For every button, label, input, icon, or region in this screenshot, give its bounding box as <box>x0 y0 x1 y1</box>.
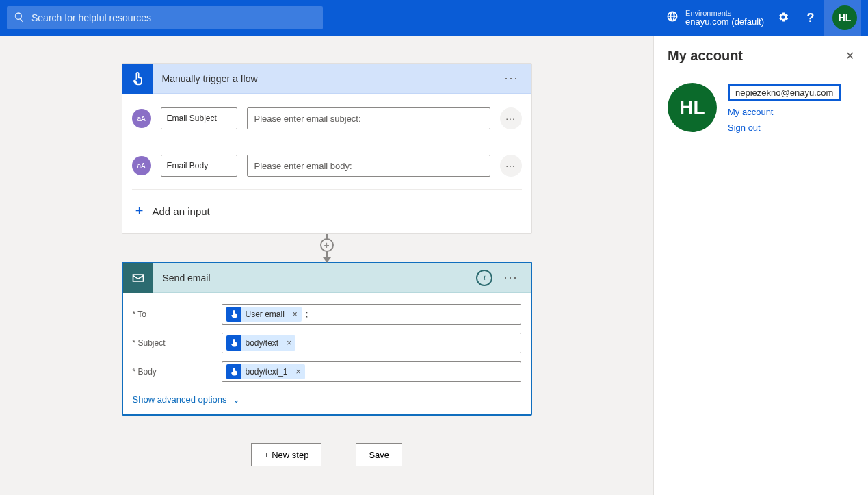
account-panel: My account ✕ HL nepiezekno@enayu.com My … <box>653 36 868 495</box>
token-label: body/text <box>241 338 283 348</box>
env-value: enayu.com (default) <box>685 17 764 27</box>
user-avatar[interactable]: HL <box>832 5 857 30</box>
chevron-down-icon: ⌄ <box>233 394 240 405</box>
param-placeholder-input[interactable]: Please enter email body: <box>247 155 490 177</box>
trigger-param-row: aA Email Body Please enter email body: ·… <box>132 148 522 183</box>
help-button[interactable]: ? <box>797 0 824 36</box>
save-button[interactable]: Save <box>356 443 402 466</box>
globe-icon <box>666 10 679 25</box>
token-label: User email <box>241 309 289 319</box>
action-header[interactable]: Send email i ··· <box>123 263 531 293</box>
env-label: Environments <box>685 9 764 17</box>
my-account-link[interactable]: My account <box>728 107 841 117</box>
trigger-header[interactable]: Manually trigger a flow ··· <box>122 64 531 94</box>
dynamic-token[interactable]: User email × <box>226 307 302 322</box>
info-icon[interactable]: i <box>476 270 492 286</box>
flow-connector: + <box>122 234 532 262</box>
subject-input[interactable]: body/text × <box>222 333 521 353</box>
tap-icon <box>226 307 241 322</box>
action-title: Send email <box>163 272 477 283</box>
flow-canvas: Manually trigger a flow ··· aA Email Sub… <box>0 36 653 495</box>
action-card: Send email i ··· * To User email × ; * S… <box>122 262 532 416</box>
dynamic-token[interactable]: body/text × <box>226 335 296 351</box>
body-input[interactable]: body/text_1 × <box>222 361 521 382</box>
panel-title: My account <box>668 48 743 64</box>
text-type-icon: aA <box>132 156 151 175</box>
show-advanced-link[interactable]: Show advanced options ⌄ <box>133 386 521 410</box>
gear-icon <box>777 11 789 25</box>
tap-icon <box>226 364 241 379</box>
token-remove[interactable]: × <box>292 367 305 377</box>
add-input-label: Add an input <box>153 205 210 217</box>
separator: ; <box>306 309 308 319</box>
body-label: * Body <box>133 361 222 377</box>
mail-icon <box>123 263 153 293</box>
param-placeholder-input[interactable]: Please enter email subject: <box>247 107 490 129</box>
environment-picker[interactable]: Environments enayu.com (default) <box>666 9 764 27</box>
trigger-menu[interactable]: ··· <box>500 71 523 86</box>
search-input[interactable] <box>31 12 316 23</box>
param-menu[interactable]: ··· <box>500 107 522 129</box>
trigger-param-row: aA Email Subject Please enter email subj… <box>132 101 522 136</box>
text-type-icon: aA <box>132 109 151 128</box>
sign-out-link[interactable]: Sign out <box>728 123 841 133</box>
to-label: * To <box>133 304 222 319</box>
action-menu[interactable]: ··· <box>499 270 522 285</box>
param-name-input[interactable]: Email Subject <box>161 107 237 129</box>
subject-label: * Subject <box>133 333 222 348</box>
dynamic-token[interactable]: body/text_1 × <box>226 364 305 379</box>
trigger-title: Manually trigger a flow <box>162 73 501 84</box>
token-label: body/text_1 <box>241 367 292 377</box>
panel-avatar: HL <box>668 83 717 132</box>
new-step-button[interactable]: + New step <box>251 443 321 466</box>
param-name-input[interactable]: Email Body <box>161 155 237 177</box>
token-remove[interactable]: × <box>282 338 295 348</box>
user-email: nepiezekno@enayu.com <box>728 84 841 101</box>
action-bar: + New step Save <box>122 443 532 466</box>
close-icon[interactable]: ✕ <box>845 49 854 62</box>
settings-button[interactable] <box>770 0 797 36</box>
to-input[interactable]: User email × ; <box>222 304 521 325</box>
plus-icon: + <box>133 205 146 217</box>
search-icon <box>14 12 25 25</box>
add-input-button[interactable]: + Add an input <box>132 195 522 229</box>
insert-step-button[interactable]: + <box>320 238 334 252</box>
param-menu[interactable]: ··· <box>500 155 522 177</box>
trigger-card: Manually trigger a flow ··· aA Email Sub… <box>122 63 532 234</box>
help-icon: ? <box>807 11 815 25</box>
token-remove[interactable]: × <box>289 309 302 319</box>
arrow-down-icon <box>323 257 331 263</box>
tap-icon <box>122 64 153 94</box>
tap-icon <box>226 335 241 351</box>
app-header: Environments enayu.com (default) ? HL <box>0 0 868 36</box>
search-box[interactable] <box>7 6 323 29</box>
